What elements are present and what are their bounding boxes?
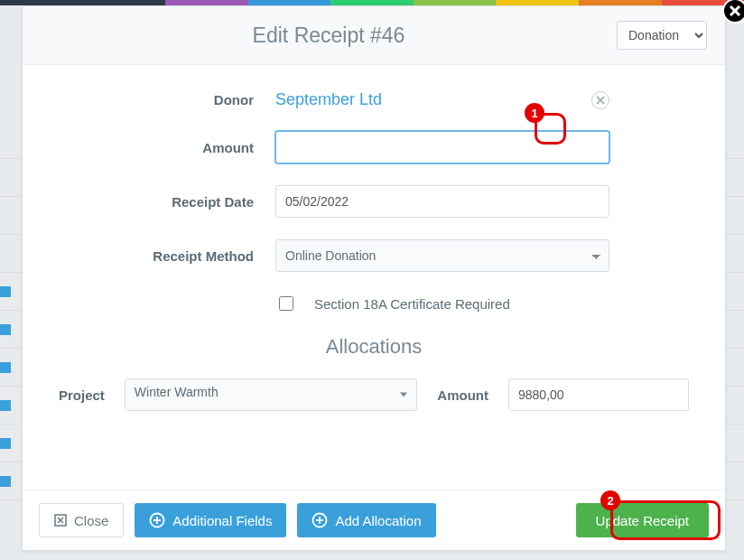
plus-circle-icon [312,512,328,528]
add-allocation-button[interactable]: Add Allocation [297,503,435,537]
close-button[interactable]: Close [39,503,124,537]
update-receipt-label: Update Receipt [596,513,689,528]
receipt-date-label: Receipt Date [59,194,275,210]
project-select[interactable]: Winter Warmth [125,378,417,411]
close-icon [729,5,741,17]
additional-fields-label: Additional Fields [172,513,272,528]
donor-label: Donor [59,92,275,107]
close-square-icon [54,514,67,527]
section-18a-checkbox[interactable] [279,296,293,311]
edit-receipt-modal: Edit Receipt #46 Donation Donor Septembe… [22,5,726,551]
additional-fields-button[interactable]: Additional Fields [135,503,286,537]
add-allocation-label: Add Allocation [335,513,421,528]
x-icon [596,96,605,105]
close-button-label: Close [74,513,108,528]
project-label: Project [59,387,105,403]
receipt-type-select[interactable]: Donation [617,21,707,50]
allocations-heading: Allocations [59,335,689,359]
update-receipt-button[interactable]: Update Receipt [576,503,709,537]
clear-donor-button[interactable] [591,91,609,109]
amount-input[interactable] [275,131,609,163]
modal-header: Edit Receipt #46 Donation [23,6,725,65]
plus-circle-icon [149,512,165,528]
receipt-method-select[interactable]: Online Donation [275,239,609,272]
chevron-down-icon [400,393,407,397]
allocation-amount-input[interactable] [508,378,689,411]
project-select-value: Winter Warmth [135,385,219,399]
amount-label: Amount [59,140,275,155]
section-18a-label: Section 18A Certificate Required [314,296,510,312]
modal-body: Donor September Ltd Amount Receipt Date … [23,65,725,490]
allocation-amount-label: Amount [437,387,488,403]
modal-footer: Close Additional Fields Add Allocation U… [23,490,725,550]
receipt-date-input[interactable] [275,185,609,218]
modal-title: Edit Receipt #46 [41,23,617,48]
window-close-button[interactable] [722,0,744,23]
donor-link[interactable]: September Ltd [275,90,382,109]
receipt-method-label: Receipt Method [59,248,275,264]
